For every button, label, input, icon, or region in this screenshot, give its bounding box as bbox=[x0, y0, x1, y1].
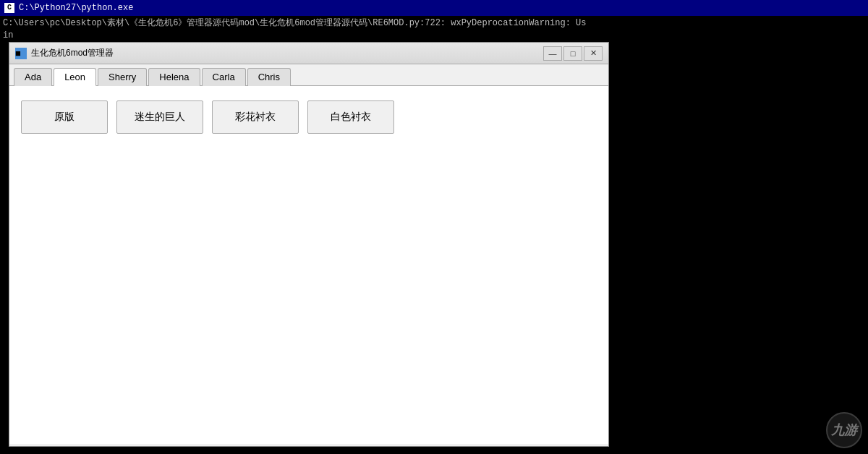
tab-chris[interactable]: Chris bbox=[247, 68, 291, 86]
close-button[interactable]: ✕ bbox=[584, 46, 603, 61]
tab-sherry[interactable]: Sherry bbox=[98, 68, 147, 86]
terminal-icon: C bbox=[4, 3, 14, 13]
terminal-title: C:\Python27\python.exe bbox=[19, 3, 133, 13]
app-content: 原版 迷生的巨人 彩花衬衣 白色衬衣 bbox=[9, 86, 608, 444]
maximize-button[interactable]: □ bbox=[563, 46, 582, 61]
terminal-titlebar: C C:\Python27\python.exe bbox=[0, 0, 868, 16]
giant-skin-button[interactable]: 迷生的巨人 bbox=[116, 100, 203, 134]
tab-helena[interactable]: Helena bbox=[148, 68, 200, 86]
app-titlebar: ■ 生化危机6mod管理器 — □ ✕ bbox=[9, 43, 608, 64]
terminal-content: C:\Users\pc\Desktop\素材\《生化危机6》管理器源代码mod\… bbox=[0, 16, 868, 43]
terminal-line-1: C:\Users\pc\Desktop\素材\《生化危机6》管理器源代码mod\… bbox=[3, 17, 865, 30]
white-shirt-button[interactable]: 白色衬衣 bbox=[307, 100, 394, 134]
tab-leon[interactable]: Leon bbox=[54, 68, 96, 86]
app-title-text: 生化危机6mod管理器 bbox=[31, 47, 114, 59]
minimize-button[interactable]: — bbox=[543, 46, 562, 61]
original-skin-button[interactable]: 原版 bbox=[21, 100, 108, 134]
skin-buttons-grid: 原版 迷生的巨人 彩花衬衣 白色衬衣 bbox=[21, 100, 597, 134]
app-title-controls: — □ ✕ bbox=[543, 46, 603, 61]
app-icon: ■ bbox=[15, 48, 27, 59]
app-window: ■ 生化危机6mod管理器 — □ ✕ Ada Leon Sherry Hele… bbox=[9, 42, 609, 447]
tab-ada[interactable]: Ada bbox=[14, 68, 52, 86]
tab-bar: Ada Leon Sherry Helena Carla Chris bbox=[9, 64, 608, 86]
terminal-line-2: in bbox=[3, 30, 865, 42]
tab-carla[interactable]: Carla bbox=[202, 68, 246, 86]
watermark: 九游 bbox=[826, 412, 862, 448]
camo-shirt-button[interactable]: 彩花衬衣 bbox=[212, 100, 299, 134]
app-title-left: ■ 生化危机6mod管理器 bbox=[15, 47, 114, 59]
watermark-logo: 九游 bbox=[826, 412, 862, 448]
